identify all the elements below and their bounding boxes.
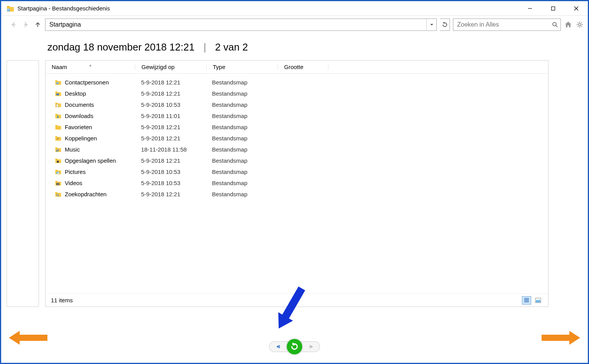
table-row[interactable]: Zoekopdrachten 5-9-2018 12:21 Bestandsma… <box>45 189 548 200</box>
table-row[interactable]: Opgeslagen spellen 5-9-2018 12:21 Bestan… <box>45 155 548 166</box>
item-name: Favorieten <box>65 124 92 130</box>
item-modified: 5-9-2018 10:53 <box>135 169 206 175</box>
table-row[interactable]: Koppelingen 5-9-2018 12:21 Bestandsmap <box>45 133 548 144</box>
column-headers: Naam Gewijzigd op Type Grootte <box>45 61 548 74</box>
toolbar <box>1 16 588 34</box>
folder-icon <box>55 147 62 152</box>
table-row[interactable]: Videos 5-9-2018 10:53 Bestandsmap <box>45 177 548 189</box>
previous-version-button[interactable] <box>269 341 288 352</box>
item-type: Bestandsmap <box>206 101 277 108</box>
table-row[interactable]: Desktop 5-9-2018 12:21 Bestandsmap <box>45 88 548 99</box>
window-controls <box>518 2 588 15</box>
up-button[interactable] <box>34 20 42 29</box>
svg-rect-1 <box>552 7 555 10</box>
filehistory-app-icon <box>7 5 14 12</box>
item-modified: 5-9-2018 12:21 <box>135 157 206 164</box>
table-row[interactable]: Favorieten 5-9-2018 12:21 Bestandsmap <box>45 121 548 133</box>
folder-icon <box>55 102 62 108</box>
item-type: Bestandsmap <box>206 157 277 164</box>
item-type: Bestandsmap <box>206 146 277 153</box>
item-type: Bestandsmap <box>206 90 277 97</box>
version-header: zondag 18 november 2018 12:21 | 2 van 2 <box>1 34 588 60</box>
item-modified: 5-9-2018 10:53 <box>135 180 206 186</box>
title-bar: Startpagina - Bestandsgeschiedenis <box>1 1 588 16</box>
item-type: Bestandsmap <box>206 169 277 175</box>
item-name: Documents <box>65 101 94 108</box>
restore-button[interactable] <box>287 339 302 354</box>
content-area: Naam Gewijzigd op Type Grootte Contactpe… <box>1 60 588 307</box>
search-icon[interactable] <box>550 22 560 28</box>
svg-point-3 <box>579 24 581 26</box>
column-size-header[interactable]: Grootte <box>278 64 328 70</box>
table-row[interactable]: Pictures 5-9-2018 10:53 Bestandsmap <box>45 166 548 177</box>
settings-icon[interactable] <box>576 20 584 29</box>
folder-icon <box>55 169 62 175</box>
item-count: 11 items <box>51 297 73 303</box>
home-icon[interactable] <box>564 20 572 29</box>
item-modified: 18-11-2018 11:58 <box>135 146 206 153</box>
search-input[interactable] <box>453 21 550 28</box>
svg-rect-5 <box>56 94 59 96</box>
details-view-button[interactable] <box>522 296 531 305</box>
item-modified: 5-9-2018 11:01 <box>135 113 206 119</box>
item-type: Bestandsmap <box>206 135 277 142</box>
folder-icon <box>55 180 62 186</box>
version-nav-controls <box>269 339 320 354</box>
window-title: Startpagina - Bestandsgeschiedenis <box>17 5 110 12</box>
item-modified: 5-9-2018 10:53 <box>135 101 206 108</box>
item-name: Zoekopdrachten <box>65 191 106 197</box>
version-page-indicator: 2 van 2 <box>215 41 248 53</box>
item-name: Pictures <box>65 169 86 175</box>
search-box <box>453 19 561 31</box>
file-list-panel: Naam Gewijzigd op Type Grootte Contactpe… <box>45 60 549 307</box>
address-bar-container <box>45 19 437 31</box>
folder-icon <box>55 79 62 85</box>
folder-icon <box>55 135 62 141</box>
table-row[interactable]: Contactpersonen 5-9-2018 12:21 Bestandsm… <box>45 77 548 88</box>
item-type: Bestandsmap <box>206 79 277 86</box>
folder-icon <box>55 124 62 130</box>
close-button[interactable] <box>565 2 588 15</box>
item-modified: 5-9-2018 12:21 <box>135 90 206 97</box>
next-version-button[interactable] <box>301 341 320 352</box>
address-input[interactable] <box>45 19 426 30</box>
item-name: Downloads <box>65 113 93 119</box>
table-row[interactable]: Downloads 5-9-2018 11:01 Bestandsmap <box>45 110 548 121</box>
column-type-header[interactable]: Type <box>207 64 278 70</box>
item-modified: 5-9-2018 12:21 <box>135 124 206 130</box>
filehistory-window: Startpagina - Bestandsgeschiedenis zonda… <box>0 0 589 364</box>
svg-rect-6 <box>56 104 58 107</box>
column-modified-header[interactable]: Gewijzigd op <box>135 64 206 70</box>
item-type: Bestandsmap <box>206 180 277 186</box>
item-name: Opgeslagen spellen <box>65 157 116 164</box>
back-button[interactable] <box>9 20 18 29</box>
status-bar: 11 items <box>45 293 548 307</box>
item-modified: 5-9-2018 12:21 <box>135 79 206 86</box>
forward-button[interactable] <box>21 20 30 29</box>
file-rows: Contactpersonen 5-9-2018 12:21 Bestandsm… <box>45 74 548 203</box>
item-name: Videos <box>65 180 82 186</box>
folder-icon <box>55 91 62 96</box>
table-row[interactable]: Music 18-11-2018 11:58 Bestandsmap <box>45 144 548 155</box>
previous-version-peek[interactable] <box>7 60 39 307</box>
item-modified: 5-9-2018 12:21 <box>135 191 206 197</box>
item-type: Bestandsmap <box>206 113 277 119</box>
folder-icon <box>55 191 62 197</box>
minimize-button[interactable] <box>518 2 542 15</box>
version-datetime: zondag 18 november 2018 12:21 <box>47 41 195 53</box>
svg-point-7 <box>57 161 59 163</box>
svg-rect-4 <box>56 83 59 84</box>
item-modified: 5-9-2018 12:21 <box>135 135 206 142</box>
refresh-button[interactable] <box>440 19 450 31</box>
maximize-button[interactable] <box>542 2 565 15</box>
column-name-header[interactable]: Naam <box>45 64 135 70</box>
address-dropdown-button[interactable] <box>426 19 436 30</box>
table-row[interactable]: Documents 5-9-2018 10:53 Bestandsmap <box>45 99 548 110</box>
thumbnail-view-button[interactable] <box>533 296 543 305</box>
item-name: Koppelingen <box>65 135 97 142</box>
annotation-arrow-right <box>542 329 580 347</box>
item-name: Music <box>65 146 80 153</box>
folder-icon <box>55 158 62 163</box>
item-name: Contactpersonen <box>65 79 109 86</box>
view-mode-toggles <box>522 296 543 305</box>
